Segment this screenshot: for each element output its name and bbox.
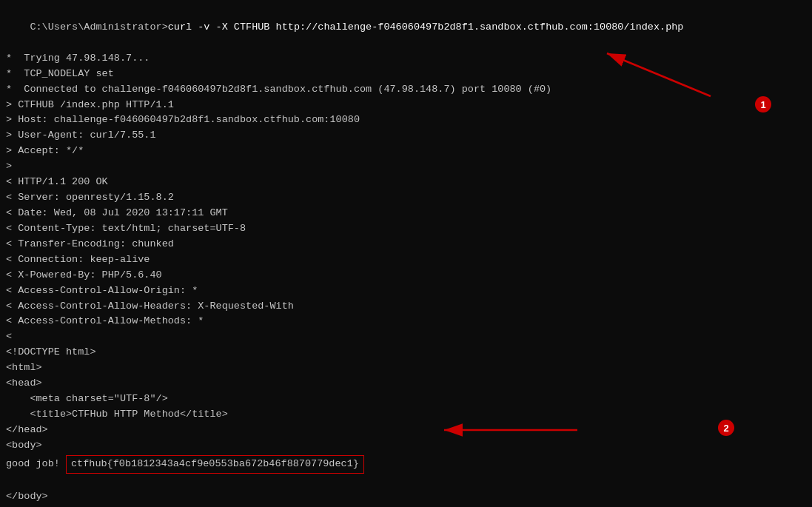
good-job-label: good job! bbox=[6, 457, 66, 472]
output-line-13: < Transfer-Encoding: chunked bbox=[6, 237, 806, 252]
output-line-27 bbox=[6, 474, 806, 489]
output-line-16: < Access-Control-Allow-Origin: * bbox=[6, 283, 806, 299]
output-line-14: < Connection: keep-alive bbox=[6, 252, 806, 268]
terminal: C:\Users\Administrator>curl -v -X CTFHUB… bbox=[0, 0, 812, 507]
output-line-28: </body> bbox=[6, 489, 806, 505]
output-line-24: <title>CTFHub HTTP Method</title> bbox=[6, 407, 806, 423]
badge-1: 1 bbox=[755, 96, 771, 113]
output-line-1: * Trying 47.98.148.7... bbox=[6, 51, 806, 67]
output-line-5: > Host: challenge-f046060497b2d8f1.sandb… bbox=[6, 113, 806, 128]
prompt-path: C:\Users\Administrator> bbox=[30, 21, 167, 33]
output-line-26: <body> bbox=[6, 438, 806, 454]
output-line-9: < HTTP/1.1 200 OK bbox=[6, 175, 806, 190]
output-line-21: <html> bbox=[6, 360, 806, 376]
output-line-20: <!DOCTYPE html> bbox=[6, 345, 806, 360]
prompt-line: C:\Users\Administrator>curl -v -X CTFHUB… bbox=[6, 4, 806, 51]
output-line-29: </html> bbox=[6, 505, 806, 508]
output-line-18: < Access-Control-Allow-Methods: * bbox=[6, 314, 806, 329]
output-line-22: <head> bbox=[6, 376, 806, 392]
output-line-8: > bbox=[6, 159, 806, 175]
output-line-25: </head> bbox=[6, 423, 806, 438]
output-line-12: < Content-Type: text/html; charset=UTF-8 bbox=[6, 221, 806, 237]
badge-2: 2 bbox=[718, 420, 734, 436]
flag-line: good job! ctfhub{f0b1812343a4cf9e0553ba6… bbox=[6, 455, 806, 474]
output-line-15: < X-Powered-By: PHP/5.6.40 bbox=[6, 268, 806, 283]
output-line-6: > User-Agent: curl/7.55.1 bbox=[6, 128, 806, 144]
output-line-3: * Connected to challenge-f046060497b2d8f… bbox=[6, 82, 806, 98]
output-line-23: <meta charset="UTF-8"/> bbox=[6, 392, 806, 407]
output-line-4: > CTFHUB /index.php HTTP/1.1 bbox=[6, 98, 806, 113]
output-line-19: < bbox=[6, 329, 806, 345]
output-line-2: * TCP_NODELAY set bbox=[6, 67, 806, 82]
output-line-17: < Access-Control-Allow-Headers: X-Reques… bbox=[6, 299, 806, 315]
output-line-11: < Date: Wed, 08 Jul 2020 13:17:11 GMT bbox=[6, 206, 806, 221]
output-line-10: < Server: openresty/1.15.8.2 bbox=[6, 190, 806, 206]
command-text: curl -v -X CTFHUB http://challenge-f0460… bbox=[168, 21, 684, 33]
flag-value: ctfhub{f0b1812343a4cf9e0553ba672b46f8870… bbox=[66, 455, 364, 474]
output-line-7: > Accept: */* bbox=[6, 144, 806, 159]
